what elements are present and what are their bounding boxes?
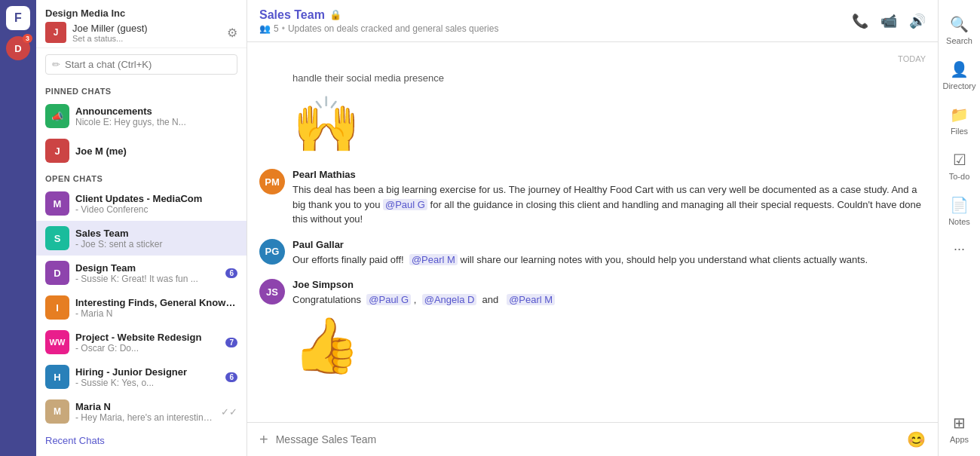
right-panel-apps[interactable]: ⊞ Apps: [939, 408, 980, 450]
chat-name: Client Updates - MediaCom: [75, 193, 237, 204]
chat-meta: 6: [225, 268, 237, 278]
chat-preview: - Joe S: sent a sticker: [75, 239, 237, 249]
right-panel: 🔍 Search 👤 Directory 📁 Files ☑ To-do 📄 N…: [938, 0, 980, 456]
search-icon: 🔍: [950, 15, 969, 33]
chat-header-left: Sales Team 🔒 👥 5 • Updates on deals crac…: [259, 8, 498, 34]
user-status: Set a status...: [72, 34, 148, 43]
notification-badge: 3: [23, 34, 32, 43]
notes-icon: 📄: [950, 196, 969, 214]
messages-area: TODAY handle their social media presence…: [247, 42, 938, 422]
open-chat-website-redesign[interactable]: WW Project - Website Redesign - Oscar G:…: [36, 325, 247, 360]
chat-header-actions: 📞 📹 🔊: [852, 13, 926, 29]
right-panel-label: Files: [951, 127, 968, 136]
chat-meta: 7: [225, 338, 237, 347]
open-chat-media-com[interactable]: M Client Updates - MediaCom - Video Conf…: [36, 186, 247, 221]
message-input[interactable]: [276, 433, 899, 445]
chat-name: Project - Website Redesign: [75, 332, 219, 343]
user-avatar-icon[interactable]: D 3: [6, 36, 30, 60]
sidebar: Design Media Inc J Joe Miller (guest) Se…: [36, 0, 247, 456]
message-row: JS Joe Simpson Congratulations @Paul G ,…: [259, 279, 926, 378]
msg-content: Paul Gallar Our efforts finally paid off…: [292, 239, 926, 268]
recent-chats-link[interactable]: Recent Chats: [36, 429, 247, 452]
more-options-button[interactable]: ···: [954, 241, 965, 257]
chat-name: Joe M (me): [75, 145, 237, 157]
open-chat-sales-team[interactable]: S Sales Team - Joe S: sent a sticker: [36, 221, 247, 256]
open-chat-design-team[interactable]: D Design Team - Sussie K: Great! It was …: [36, 256, 247, 290]
message-row: PM Pearl Mathias This deal has been a bi…: [259, 169, 926, 227]
right-panel-label: Directory: [942, 81, 975, 90]
open-chats-label: OPEN CHATS: [36, 168, 247, 186]
todo-icon: ☑: [953, 151, 966, 169]
right-panel-search[interactable]: 🔍 Search: [939, 9, 980, 51]
chat-info: Hiring - Junior Designer - Sussie K: Yes…: [75, 366, 219, 388]
main-chat: Sales Team 🔒 👥 5 • Updates on deals crac…: [247, 0, 938, 456]
celebrate-sticker: 🙌: [292, 94, 360, 155]
celebrate-sticker-container: 🙌: [259, 93, 926, 157]
chat-name: Design Team: [75, 262, 219, 274]
right-panel-directory[interactable]: 👤 Directory: [939, 54, 980, 96]
app-logo[interactable]: F: [6, 6, 30, 30]
settings-icon[interactable]: ⚙: [227, 26, 237, 40]
user-details: Joe Miller (guest) Set a status...: [72, 23, 148, 43]
speaker-icon[interactable]: 🔊: [909, 13, 926, 29]
unread-badge: 7: [225, 338, 237, 347]
chat-avatar: D: [45, 261, 69, 285]
chat-meta: ✓✓: [221, 406, 237, 418]
chat-avatar: H: [45, 365, 69, 389]
unread-badge: 6: [225, 372, 237, 382]
open-chat-maria[interactable]: M Maria N - Hey Maria, here's an interes…: [36, 394, 247, 429]
sidebar-header: Design Media Inc J Joe Miller (guest) Se…: [36, 0, 247, 48]
right-panel-notes[interactable]: 📄 Notes: [939, 190, 980, 232]
chat-description: Updates on deals cracked and general sal…: [288, 23, 499, 34]
pinned-chats-label: PINNED CHATS: [36, 81, 247, 99]
mention: @Paul G: [366, 294, 411, 305]
chat-info: Client Updates - MediaCom - Video Confer…: [75, 193, 237, 215]
message-row: PG Paul Gallar Our efforts finally paid …: [259, 239, 926, 268]
chat-info: Maria N - Hey Maria, here's an interesti…: [75, 401, 215, 423]
right-panel-label: Notes: [948, 217, 970, 226]
chat-avatar: S: [45, 226, 69, 250]
right-panel-label: Search: [946, 36, 972, 45]
msg-avatar-joe: JS: [259, 279, 285, 305]
video-icon[interactable]: 📹: [880, 13, 897, 29]
phone-icon[interactable]: 📞: [852, 13, 868, 29]
right-panel-files[interactable]: 📁 Files: [939, 99, 980, 142]
chat-name: Maria N: [75, 401, 215, 412]
chat-name: Announcements: [75, 106, 237, 117]
pinned-chat-announcements[interactable]: 📣 Announcements Nicole E: Hey guys, the …: [36, 99, 247, 133]
user-row: J Joe Miller (guest) Set a status... ⚙: [45, 22, 237, 43]
chat-info: Sales Team - Joe S: sent a sticker: [75, 228, 237, 249]
msg-sender: Pearl Mathias: [292, 169, 926, 180]
pinned-chat-joe[interactable]: J Joe M (me): [36, 133, 247, 168]
emoji-button[interactable]: 😊: [907, 430, 926, 448]
user-name: Joe Miller (guest): [72, 23, 148, 34]
chat-header: Sales Team 🔒 👥 5 • Updates on deals crac…: [247, 0, 938, 42]
member-icon: 👥: [259, 23, 271, 34]
chat-info: Design Team - Sussie K: Great! It was fu…: [75, 262, 219, 284]
search-input[interactable]: [65, 59, 231, 70]
right-panel-todo[interactable]: ☑ To-do: [939, 145, 980, 187]
mention: @Angela D: [422, 294, 477, 305]
msg-avatar-pearl: PM: [259, 169, 285, 194]
chat-avatar: 📣: [45, 104, 69, 128]
chat-name: Hiring - Junior Designer: [75, 366, 219, 378]
right-panel-label: Apps: [950, 435, 969, 444]
apps-icon: ⊞: [953, 414, 966, 432]
chat-subtitle: 👥 5 • Updates on deals cracked and gener…: [259, 23, 498, 34]
message-input-area: + 😊: [247, 422, 938, 456]
open-chat-interesting-finds[interactable]: I Interesting Finds, General Knowledge -…: [36, 290, 247, 325]
directory-icon: 👤: [950, 60, 969, 78]
open-chat-hiring[interactable]: H Hiring - Junior Designer - Sussie K: Y…: [36, 360, 247, 394]
add-attachment-button[interactable]: +: [259, 431, 268, 448]
search-box[interactable]: ✏: [45, 54, 237, 75]
mention: @Pearl M: [507, 294, 555, 305]
chat-preview: - Video Conferenc: [75, 204, 237, 215]
day-label: TODAY: [259, 54, 926, 63]
chat-info: Joe M (me): [75, 145, 237, 157]
msg-text: Congratulations @Paul G , @Angela D and …: [292, 292, 926, 308]
mention: @Pearl M: [409, 254, 458, 265]
mention: @Paul G: [383, 199, 427, 210]
msg-text: Our efforts finally paid off! @Pearl M w…: [292, 252, 926, 268]
icon-bar: F D 3: [0, 0, 36, 456]
chat-info: Project - Website Redesign - Oscar G: Do…: [75, 332, 219, 353]
